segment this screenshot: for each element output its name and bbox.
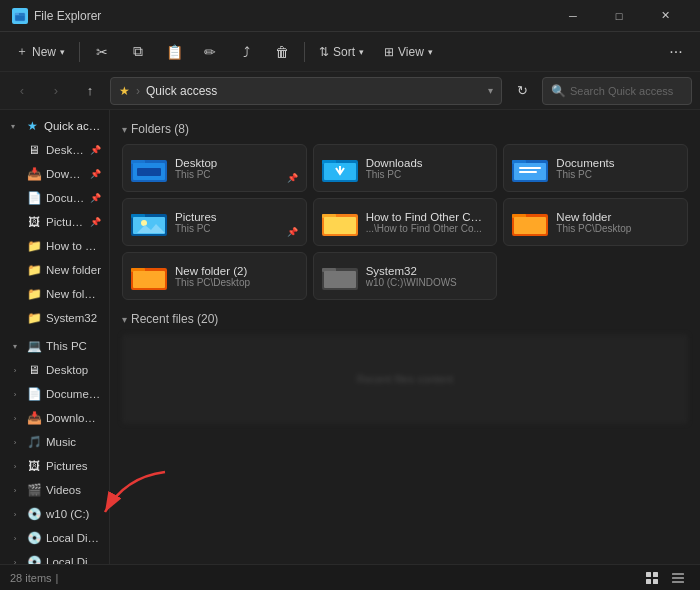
address-bar[interactable]: ★ › Quick access ▾ — [110, 77, 502, 105]
quick-access-star-icon: ★ — [24, 118, 40, 134]
folder-card-system32-name: System32 — [366, 265, 489, 277]
folder-card-newfolder2-path: This PC\Desktop — [175, 277, 298, 288]
thispc-expand-icon: ▾ — [8, 339, 22, 353]
sidebar-item-desktop[interactable]: 🖥 Desktop 📌 — [2, 138, 107, 162]
rename-button[interactable]: ✏ — [194, 37, 226, 67]
sidebar-item-pictures[interactable]: 🖼 Pictures 📌 — [2, 210, 107, 234]
toolbar-separator-2 — [304, 42, 305, 62]
cut-button[interactable]: ✂ — [86, 37, 118, 67]
sidebar-item-downloads[interactable]: 📥 Downloads 📌 — [2, 162, 107, 186]
up-button[interactable]: ↑ — [76, 77, 104, 105]
svg-rect-26 — [133, 271, 165, 288]
sidebar-item-videos[interactable]: › 🎬 Videos — [2, 478, 107, 502]
sidebar-documents-pc-label: Documents — [46, 388, 101, 400]
sidebar-item-documents-pc[interactable]: › 📄 Documents — [2, 382, 107, 406]
sidebar-item-system32[interactable]: 📁 System32 — [2, 306, 107, 330]
folder-card-newfolder2-info: New folder (2) This PC\Desktop — [175, 265, 298, 288]
sidebar-thispc-header[interactable]: ▾ 💻 This PC — [2, 334, 107, 358]
delete-button[interactable]: 🗑 — [266, 37, 298, 67]
folder-card-downloads[interactable]: Downloads This PC — [313, 144, 498, 192]
more-button[interactable]: ··· — [660, 37, 692, 67]
paste-button[interactable]: 📋 — [158, 37, 190, 67]
thispc-icon: 💻 — [26, 338, 42, 354]
sidebar-item-w10c[interactable]: › 💿 w10 (C:) — [2, 502, 107, 526]
copy-button[interactable]: ⧉ — [122, 37, 154, 67]
refresh-button[interactable]: ↻ — [508, 77, 536, 105]
status-separator: | — [56, 572, 59, 584]
folder-card-downloads-info: Downloads This PC — [366, 157, 489, 180]
sidebar-item-howto[interactable]: 📁 How to Find Ot — [2, 234, 107, 258]
new-button[interactable]: ＋ New ▾ — [8, 37, 73, 67]
recent-section-header[interactable]: ▾ Recent files (20) — [122, 312, 688, 326]
folder-card-pictures[interactable]: Pictures This PC 📌 — [122, 198, 307, 246]
title-bar-left: File Explorer — [12, 8, 101, 24]
recent-section-title: Recent files (20) — [131, 312, 218, 326]
quick-access-star-icon: ★ — [119, 84, 130, 98]
sort-button[interactable]: ⇅ Sort ▾ — [311, 37, 372, 67]
downloads-pc-icon: 📥 — [26, 410, 42, 426]
sort-icon: ⇅ — [319, 45, 329, 59]
quick-access-label: Quick access — [44, 120, 103, 132]
folder-card-howto-path: ...\How to Find Other Co... — [366, 223, 489, 234]
folder-card-newfolder[interactable]: New folder This PC\Desktop — [503, 198, 688, 246]
folder-card-system32-path: w10 (C:)\WINDOWS — [366, 277, 489, 288]
sidebar-item-downloads-pc[interactable]: › 📥 Downloads — [2, 406, 107, 430]
videos-icon: 🎬 — [26, 482, 42, 498]
forward-button[interactable]: › — [42, 77, 70, 105]
svg-rect-23 — [514, 217, 546, 234]
folder-card-documents-name: Documents — [556, 157, 679, 169]
sidebar-item-newfolder2[interactable]: 📁 New folder (2) — [2, 282, 107, 306]
desktop-icon: 🖥 — [26, 142, 42, 158]
maximize-button[interactable]: □ — [596, 0, 642, 32]
svg-rect-29 — [324, 271, 356, 288]
svg-point-17 — [141, 220, 147, 226]
sidebar-item-locald[interactable]: › 💿 Local Disk (D:) — [2, 526, 107, 550]
recent-files-area: Recent files content — [122, 334, 688, 424]
folder-card-desktop[interactable]: Desktop This PC 📌 — [122, 144, 307, 192]
sidebar-item-locale[interactable]: › 💿 Local Disk (E:) — [2, 550, 107, 564]
folder-card-pictures-info: Pictures This PC — [175, 211, 279, 234]
sidebar-newfolder-label: New folder — [46, 264, 101, 276]
toolbar: ＋ New ▾ ✂ ⧉ 📋 ✏ ⤴ 🗑 ⇅ Sort ▾ ⊞ View ▾ ··… — [0, 32, 700, 72]
sidebar-item-desktop-pc[interactable]: › 🖥 Desktop — [2, 358, 107, 382]
folder-card-newfolder2[interactable]: New folder (2) This PC\Desktop — [122, 252, 307, 300]
folder-card-system32-info: System32 w10 (C:)\WINDOWS — [366, 265, 489, 288]
content-area: ▾ Folders (8) Desktop This PC � — [110, 110, 700, 564]
address-bar-row: ‹ › ↑ ★ › Quick access ▾ ↻ 🔍 Search Quic… — [0, 72, 700, 110]
share-button[interactable]: ⤴ — [230, 37, 262, 67]
sidebar-downloads-label: Downloads — [46, 168, 86, 180]
folder-card-howto[interactable]: How to Find Other Comp... ...\How to Fin… — [313, 198, 498, 246]
svg-rect-33 — [646, 579, 651, 584]
sidebar-howto-label: How to Find Ot — [46, 240, 101, 252]
new-icon: ＋ — [16, 43, 28, 60]
folder-card-system32[interactable]: System32 w10 (C:)\WINDOWS — [313, 252, 498, 300]
grid-view-button[interactable] — [640, 567, 664, 589]
folder-icon-downloads — [322, 153, 358, 183]
back-button[interactable]: ‹ — [8, 77, 36, 105]
folder-card-pictures-name: Pictures — [175, 211, 279, 223]
svg-rect-37 — [672, 581, 684, 583]
sidebar-item-documents[interactable]: 📄 Documents 📌 — [2, 186, 107, 210]
sidebar-newfolder2-label: New folder (2) — [46, 288, 101, 300]
folder-card-downloads-path: This PC — [366, 169, 489, 180]
new-chevron-icon: ▾ — [60, 47, 65, 57]
locale-icon: 💿 — [26, 554, 42, 564]
folder-card-desktop-name: Desktop — [175, 157, 279, 169]
view-button[interactable]: ⊞ View ▾ — [376, 37, 441, 67]
sidebar-item-newfolder[interactable]: 📁 New folder — [2, 258, 107, 282]
list-view-button[interactable] — [666, 567, 690, 589]
folder-card-howto-info: How to Find Other Comp... ...\How to Fin… — [366, 211, 489, 234]
sidebar-item-pictures-pc[interactable]: › 🖼 Pictures — [2, 454, 107, 478]
search-box[interactable]: 🔍 Search Quick access — [542, 77, 692, 105]
item-count: 28 items — [10, 572, 52, 584]
close-button[interactable]: ✕ — [642, 0, 688, 32]
howto-icon: 📁 — [26, 238, 42, 254]
folder-card-documents[interactable]: Documents This PC — [503, 144, 688, 192]
sidebar-locale-label: Local Disk (E:) — [46, 556, 101, 564]
sidebar-quick-access-header[interactable]: ▾ ★ Quick access — [0, 114, 109, 138]
sidebar-item-music[interactable]: › 🎵 Music — [2, 430, 107, 454]
folder-card-newfolder2-name: New folder (2) — [175, 265, 298, 277]
minimize-button[interactable]: ─ — [550, 0, 596, 32]
folders-section-header[interactable]: ▾ Folders (8) — [122, 122, 688, 136]
sort-chevron-icon: ▾ — [359, 47, 364, 57]
